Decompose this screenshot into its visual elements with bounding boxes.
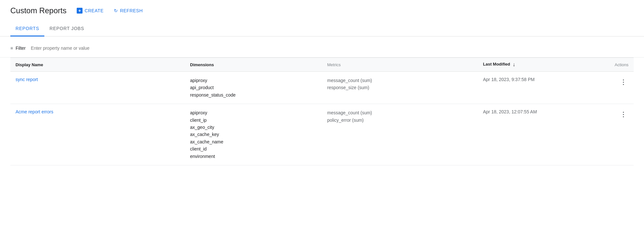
refresh-icon: ↻ bbox=[114, 8, 118, 13]
dimension-item: apiproxy bbox=[190, 109, 317, 116]
col-header-display-name: Display Name bbox=[10, 58, 185, 72]
col-header-last-modified[interactable]: Last Modified ↓ bbox=[478, 58, 590, 72]
dimension-item: client_ip bbox=[190, 117, 317, 124]
table-row: sync reportapiproxyapi_productresponse_s… bbox=[10, 72, 634, 104]
report-name-link[interactable]: Acme report errors bbox=[16, 109, 53, 114]
metric-item: message_count (sum) bbox=[327, 109, 473, 116]
last-modified-cell: Apr 18, 2023, 12:07:55 AM bbox=[478, 104, 590, 165]
col-header-metrics: Metrics bbox=[322, 58, 478, 72]
dimension-item: ax_cache_name bbox=[190, 138, 317, 145]
metrics-cell: message_count (sum)response_size (sum) bbox=[322, 72, 478, 104]
report-name-link[interactable]: sync report bbox=[16, 77, 38, 82]
dimension-item: environment bbox=[190, 153, 317, 160]
report-name-cell: Acme report errors bbox=[10, 104, 185, 165]
create-plus-icon: + bbox=[77, 8, 83, 14]
filter-label: Filter bbox=[16, 46, 26, 51]
create-label: CREATE bbox=[84, 8, 104, 13]
create-button[interactable]: + CREATE bbox=[74, 6, 106, 16]
tab-report-jobs[interactable]: REPORT JOBS bbox=[44, 21, 89, 36]
table-row: Acme report errorsapiproxyclient_ipax_ge… bbox=[10, 104, 634, 165]
sort-down-icon: ↓ bbox=[513, 62, 515, 68]
reports-table-container: Display Name Dimensions Metrics Last Mod… bbox=[0, 57, 644, 165]
metric-item: response_size (sum) bbox=[327, 84, 473, 91]
filter-icon: ≡ bbox=[10, 46, 13, 51]
actions-cell: ⋮ bbox=[590, 104, 634, 165]
filter-bar: ≡ Filter bbox=[0, 39, 644, 57]
header-actions: + CREATE ↻ REFRESH bbox=[74, 6, 145, 16]
more-actions-button[interactable]: ⋮ bbox=[618, 77, 628, 87]
dimension-item: response_status_code bbox=[190, 91, 317, 99]
dimension-item: api_product bbox=[190, 84, 317, 91]
more-actions-button[interactable]: ⋮ bbox=[618, 109, 628, 120]
tabs-container: REPORTS REPORT JOBS bbox=[0, 21, 644, 36]
metric-item: message_count (sum) bbox=[327, 77, 473, 84]
dimensions-cell: apiproxyclient_ipax_geo_cityax_cache_key… bbox=[185, 104, 322, 165]
refresh-button[interactable]: ↻ REFRESH bbox=[111, 6, 145, 15]
actions-cell: ⋮ bbox=[590, 72, 634, 104]
metrics-cell: message_count (sum)policy_error (sum) bbox=[322, 104, 478, 165]
dimension-item: apiproxy bbox=[190, 77, 317, 84]
dimension-item: client_id bbox=[190, 145, 317, 152]
tab-reports[interactable]: REPORTS bbox=[10, 21, 44, 36]
reports-table: Display Name Dimensions Metrics Last Mod… bbox=[10, 57, 634, 165]
col-header-dimensions: Dimensions bbox=[185, 58, 322, 72]
metric-item: policy_error (sum) bbox=[327, 117, 473, 124]
page-title: Custom Reports bbox=[10, 6, 66, 15]
dimension-item: ax_cache_key bbox=[190, 131, 317, 138]
filter-input[interactable] bbox=[28, 46, 634, 51]
dimension-item: ax_geo_city bbox=[190, 124, 317, 131]
last-modified-cell: Apr 18, 2023, 9:37:58 PM bbox=[478, 72, 590, 104]
table-header-row: Display Name Dimensions Metrics Last Mod… bbox=[10, 58, 634, 72]
col-header-actions: Actions bbox=[590, 58, 634, 72]
refresh-label: REFRESH bbox=[120, 8, 143, 13]
page-header: Custom Reports + CREATE ↻ REFRESH bbox=[0, 0, 644, 21]
report-name-cell: sync report bbox=[10, 72, 185, 104]
dimensions-cell: apiproxyapi_productresponse_status_code bbox=[185, 72, 322, 104]
